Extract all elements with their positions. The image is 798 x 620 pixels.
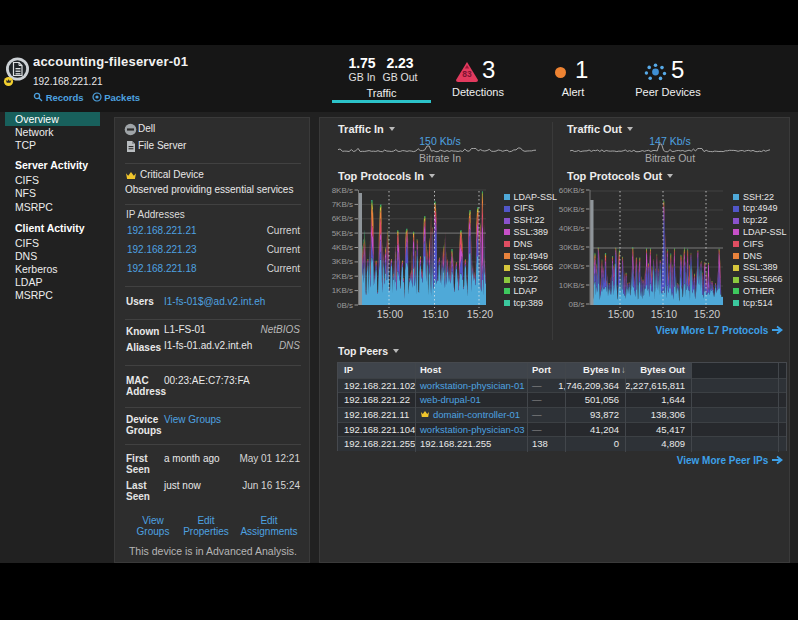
svg-text:83: 83 [462,69,472,79]
